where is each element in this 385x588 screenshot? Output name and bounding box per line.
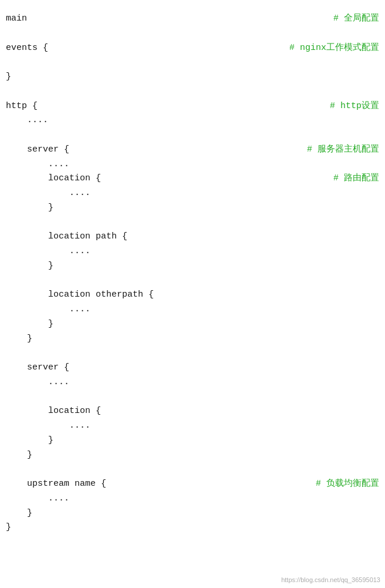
code-line: ....: [6, 375, 379, 390]
code-text: }: [6, 332, 32, 347]
code-line: [6, 26, 379, 41]
code-line: location otherpath {: [6, 288, 379, 303]
comment-text: # 负载均衡配置: [304, 477, 379, 492]
code-text: }: [6, 434, 53, 448]
code-line: }: [6, 332, 379, 347]
code-text: [6, 274, 11, 288]
code-text: [6, 128, 11, 143]
code-line: [6, 274, 379, 288]
code-line: }: [6, 506, 379, 521]
code-text: ....: [6, 186, 90, 201]
code-line: server {# 服务器主机配置: [6, 143, 379, 157]
code-text: [6, 390, 11, 405]
code-line: location {# 路由配置: [6, 172, 379, 186]
code-line: [6, 216, 379, 230]
code-line: }: [6, 317, 379, 332]
code-text: }: [6, 201, 53, 216]
code-line: }: [6, 520, 379, 535]
code-line: [6, 462, 379, 477]
code-text: location otherpath {: [6, 288, 154, 303]
code-text: [6, 26, 11, 41]
code-line: main# 全局配置: [6, 12, 379, 26]
code-text: }: [6, 70, 11, 85]
code-text: ....: [6, 113, 48, 128]
comment-text: # http设置: [318, 99, 379, 114]
code-text: [6, 462, 11, 477]
code-text: events {: [6, 41, 48, 56]
code-text: }: [6, 259, 53, 274]
code-text: }: [6, 506, 32, 521]
code-text: }: [6, 448, 32, 463]
code-text: [6, 216, 11, 230]
code-text: [6, 55, 11, 70]
code-line: events {# nginx工作模式配置: [6, 41, 379, 56]
code-text: location {: [6, 404, 101, 419]
code-text: ....: [6, 375, 69, 390]
code-text: ....: [6, 492, 69, 506]
code-text: }: [6, 317, 53, 332]
code-line: server {: [6, 361, 379, 375]
comment-text: # 全局配置: [322, 12, 379, 26]
code-text: server {: [6, 143, 69, 157]
code-text: upstream name {: [6, 477, 106, 492]
code-line: }: [6, 259, 379, 274]
code-text: location {: [6, 172, 101, 186]
code-line: upstream name {# 负载均衡配置: [6, 477, 379, 492]
code-line: ....: [6, 113, 379, 128]
code-text: }: [6, 520, 11, 535]
code-line: [6, 390, 379, 405]
comment-text: # nginx工作模式配置: [278, 41, 379, 56]
code-line: ....: [6, 157, 379, 172]
code-text: main: [6, 12, 27, 26]
code-line: location {: [6, 404, 379, 419]
code-line: [6, 128, 379, 143]
code-line: ....: [6, 419, 379, 434]
code-text: ....: [6, 419, 90, 434]
code-line: }: [6, 70, 379, 85]
code-text: server {: [6, 361, 69, 375]
watermark: https://blog.csdn.net/qq_36595013: [281, 576, 380, 583]
code-text: ....: [6, 157, 69, 172]
code-line: ....: [6, 492, 379, 506]
code-text: location path {: [6, 230, 127, 244]
code-text: ....: [6, 244, 90, 259]
comment-text: # 路由配置: [322, 172, 379, 186]
code-line: ....: [6, 186, 379, 201]
code-line: }: [6, 448, 379, 463]
code-line: ....: [6, 244, 379, 259]
code-line: location path {: [6, 230, 379, 244]
code-line: ....: [6, 303, 379, 317]
code-line: [6, 346, 379, 361]
code-line: }: [6, 201, 379, 216]
code-block: main# 全局配置 events {# nginx工作模式配置 } http …: [6, 12, 379, 535]
code-text: [6, 85, 11, 99]
code-text: ....: [6, 303, 90, 317]
code-line: }: [6, 434, 379, 448]
code-text: [6, 346, 11, 361]
comment-text: # 服务器主机配置: [295, 143, 379, 157]
code-line: http {# http设置: [6, 99, 379, 114]
code-line: [6, 85, 379, 99]
code-line: [6, 55, 379, 70]
code-text: http {: [6, 99, 38, 114]
